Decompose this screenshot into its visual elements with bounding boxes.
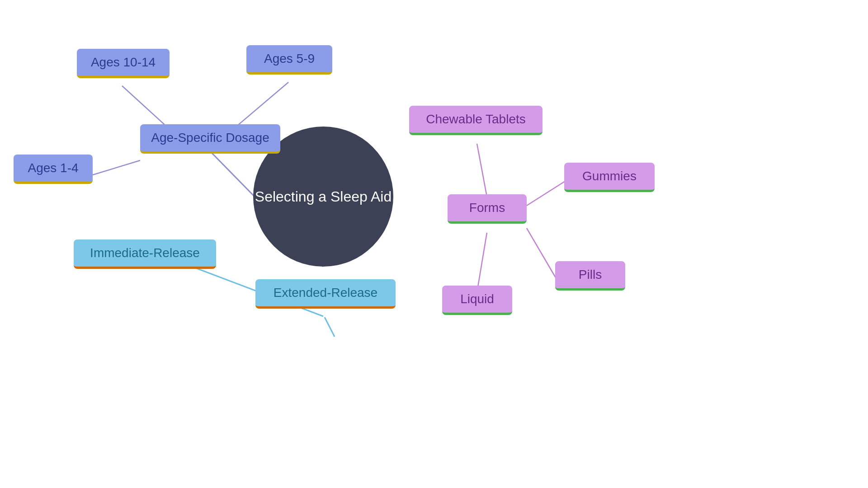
ages-1-4-label: Ages 1-4 xyxy=(28,161,78,175)
svg-line-7 xyxy=(477,144,487,197)
immediate-release-node[interactable]: Immediate-Release xyxy=(74,239,216,269)
ages-1-4-node[interactable]: Ages 1-4 xyxy=(14,155,93,184)
forms-node[interactable]: Forms xyxy=(448,194,527,224)
svg-line-10 xyxy=(478,233,487,287)
ages-10-14-node[interactable]: Ages 10-14 xyxy=(77,49,170,78)
ages-10-14-label: Ages 10-14 xyxy=(91,55,156,70)
center-label: Selecting a Sleep Aid xyxy=(255,188,392,205)
extended-release-node[interactable]: Extended-Release xyxy=(255,279,396,309)
immediate-release-label: Immediate-Release xyxy=(90,246,200,260)
chewable-tablets-node[interactable]: Chewable Tablets xyxy=(409,106,542,135)
pills-node[interactable]: Pills xyxy=(555,261,625,291)
ages-5-9-label: Ages 5-9 xyxy=(264,52,315,66)
svg-line-8 xyxy=(527,181,565,206)
extended-release-label: Extended-Release xyxy=(274,286,377,300)
age-specific-dosage-node[interactable]: Age-Specific Dosage xyxy=(140,124,280,154)
svg-line-3 xyxy=(93,160,140,175)
ages-5-9-node[interactable]: Ages 5-9 xyxy=(246,45,332,75)
gummies-node[interactable]: Gummies xyxy=(564,163,655,192)
liquid-label: Liquid xyxy=(460,292,494,306)
forms-label: Forms xyxy=(469,201,505,215)
pills-label: Pills xyxy=(579,267,602,282)
svg-line-5 xyxy=(325,317,335,337)
gummies-label: Gummies xyxy=(582,169,637,183)
svg-line-9 xyxy=(527,228,556,278)
age-specific-dosage-label: Age-Specific Dosage xyxy=(151,131,269,145)
liquid-node[interactable]: Liquid xyxy=(442,286,512,315)
chewable-tablets-label: Chewable Tablets xyxy=(426,112,526,127)
